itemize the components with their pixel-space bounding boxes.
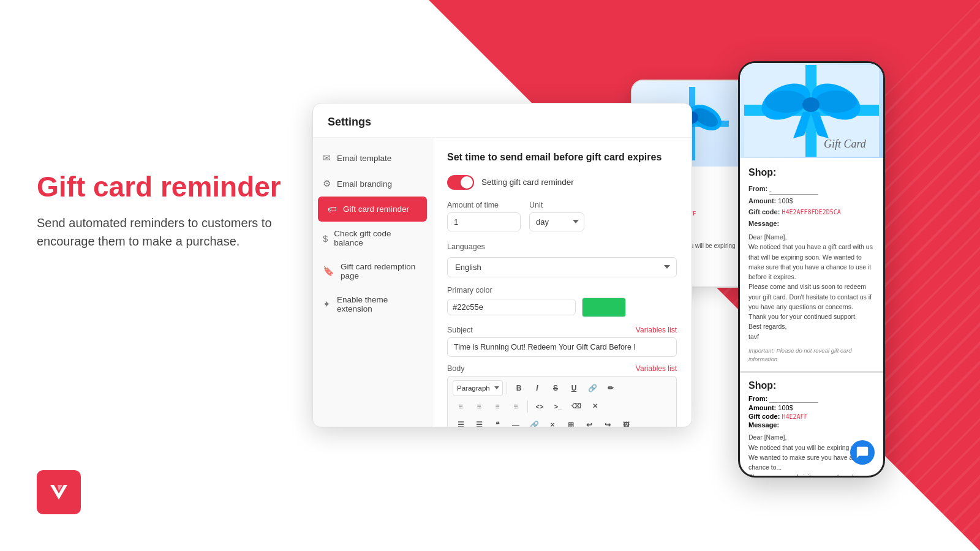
sidebar-item-label: Check gift code balance — [334, 229, 422, 247]
underline-button[interactable]: U — [566, 380, 582, 396]
sidebar-item-email-branding[interactable]: ⚙ Email branding — [313, 171, 432, 197]
amount-value-2: 100$ — [778, 404, 793, 411]
unit-select[interactable]: day week month — [529, 212, 584, 231]
ordered-list-button[interactable]: ☰ — [471, 417, 487, 427]
amount-input[interactable] — [447, 212, 521, 231]
chat-icon — [856, 446, 869, 459]
languages-label: Languages — [447, 242, 677, 251]
unlink-button[interactable]: × — [545, 417, 560, 427]
sidebar-item-gift-card-reminder[interactable]: 🏷 Gift card reminder — [318, 197, 427, 222]
sidebar-item-gift-card-redemption[interactable]: 🔖 Gift card redemption page — [313, 255, 432, 288]
chat-button[interactable] — [850, 440, 875, 465]
toggle-row: Setting gift card reminder — [447, 175, 677, 190]
message-label-2: Message: — [748, 421, 779, 429]
email-content-1: Shop: From: Amount: 100$ Gift code: H4E2… — [740, 158, 883, 371]
check-gift-code-icon: $ — [323, 233, 328, 244]
link2-button[interactable]: 🔗 — [526, 417, 542, 427]
sidebar-item-enable-theme[interactable]: ✦ Enable theme extension — [313, 288, 432, 321]
from-value-2 — [769, 395, 818, 403]
sidebar-item-check-gift-code[interactable]: $ Check gift code balance — [313, 222, 432, 255]
editor-toolbar: Paragraph B I S U 🔗 ✏ ≡ ≡ ≡ — [447, 376, 677, 427]
undo-button[interactable]: ↩ — [581, 417, 597, 427]
gift-code-label-1: Gift code: — [748, 208, 780, 216]
color-input-wrapper — [447, 299, 576, 315]
gift-code-value-1: H4E2AFF8FDE2D5CA — [782, 209, 840, 216]
sidebar-item-label: Enable theme extension — [337, 295, 422, 313]
primary-color-label: Primary color — [447, 286, 677, 294]
toolbar-row-2: ≡ ≡ ≡ ≡ <> >_ ⌫ ✕ — [453, 399, 671, 414]
body-header: Body Variables list — [447, 364, 677, 373]
bullet-list-button[interactable]: ☰ — [453, 417, 469, 427]
from-label-1: From: — [748, 185, 767, 192]
hr-button[interactable]: — — [508, 417, 524, 427]
redo-button[interactable]: ↪ — [600, 417, 616, 427]
email-giftcode-2: Gift code: H4E2AFF — [748, 413, 875, 420]
image-button[interactable]: 🖼 — [618, 417, 634, 427]
vf-logo-icon — [45, 479, 72, 506]
clear-button[interactable]: ⌫ — [568, 399, 584, 414]
gift-card-reminder-toggle[interactable] — [447, 175, 474, 190]
align-right-button[interactable]: ≡ — [489, 399, 505, 414]
subject-variables-link[interactable]: Variables list — [636, 326, 677, 334]
subject-label: Subject — [447, 326, 473, 334]
highlight-button[interactable]: ✏ — [603, 380, 619, 396]
sidebar-item-email-template[interactable]: ✉ Email template — [313, 145, 432, 171]
strikethrough-button[interactable]: S — [548, 380, 564, 396]
email-amount-1: Amount: 100$ — [748, 196, 875, 206]
subject-input[interactable] — [447, 337, 677, 357]
enable-theme-icon: ✦ — [323, 299, 331, 310]
toolbar-row-1: Paragraph B I S U 🔗 ✏ — [453, 380, 671, 396]
paragraph-select[interactable]: Paragraph — [453, 380, 503, 396]
toggle-label: Setting gift card reminder — [481, 178, 574, 187]
amount-label-2: Amount: — [748, 404, 776, 411]
body-variables-link[interactable]: Variables list — [636, 364, 677, 373]
align-left-button[interactable]: ≡ — [453, 399, 469, 414]
from-value-1 — [769, 184, 818, 195]
language-select[interactable]: English — [447, 257, 677, 277]
language-group: Languages English — [447, 240, 677, 277]
gift-code-label-2: Gift code: — [748, 413, 780, 420]
left-panel: Gift card reminder Send automated remind… — [37, 171, 294, 250]
link-button[interactable]: 🔗 — [584, 380, 600, 396]
email-giftcode-1: Gift code: H4E2AFF8FDE2D5CA — [748, 207, 875, 217]
gift-card-reminder-icon: 🏷 — [328, 204, 337, 214]
settings-main: Set time to send email before gift card … — [432, 138, 692, 427]
amount-label-1: Amount: — [748, 197, 776, 204]
message-label-1: Message: — [748, 220, 779, 227]
code-button[interactable]: <> — [532, 399, 548, 414]
align-center-button[interactable]: ≡ — [471, 399, 487, 414]
toolbar-row-3: ☰ ☰ ❝ — 🔗 × ⊞ ↩ ↪ 🖼 — [453, 417, 671, 427]
color-input-row — [447, 298, 677, 317]
italic-button[interactable]: I — [529, 380, 545, 396]
toolbar-divider-1 — [507, 382, 507, 394]
email-message-body-1: Dear [Name], We noticed that you have a … — [748, 232, 875, 342]
remove-format-button[interactable]: ✕ — [587, 399, 603, 414]
unit-group: Unit day week month — [529, 201, 584, 231]
svg-point-11 — [765, 91, 807, 113]
color-preview-swatch[interactable] — [582, 298, 626, 317]
blockquote-button[interactable]: ❝ — [489, 417, 505, 427]
gift-card-redemption-icon: 🔖 — [323, 266, 334, 277]
settings-header: Settings — [313, 103, 692, 138]
email-template-icon: ✉ — [323, 152, 331, 163]
bold-button[interactable]: B — [511, 380, 527, 396]
svg-point-13 — [815, 91, 857, 113]
email-from-2: From: — [748, 395, 875, 403]
settings-title: Settings — [328, 116, 371, 128]
align-justify-button[interactable]: ≡ — [508, 399, 524, 414]
toolbar-divider-2 — [527, 400, 528, 413]
main-title: Gift card reminder — [37, 171, 294, 203]
amount-group: Amount of time — [447, 201, 521, 231]
svg-text:Gift Card: Gift Card — [824, 138, 867, 150]
email-branding-icon: ⚙ — [323, 178, 331, 189]
gift-card-svg: Gift Card — [744, 65, 879, 157]
email-message-label-2: Message: — [748, 421, 875, 429]
email-amount-2: Amount: 100$ — [748, 404, 875, 411]
sidebar-item-label: Gift card redemption page — [341, 262, 422, 280]
terminal-button[interactable]: >_ — [550, 399, 566, 414]
table-button[interactable]: ⊞ — [563, 417, 579, 427]
color-hex-input[interactable] — [453, 302, 570, 312]
amount-label: Amount of time — [447, 201, 521, 209]
amount-unit-row: Amount of time Unit day week month — [447, 201, 677, 231]
subject-row: Subject Variables list — [447, 326, 677, 357]
